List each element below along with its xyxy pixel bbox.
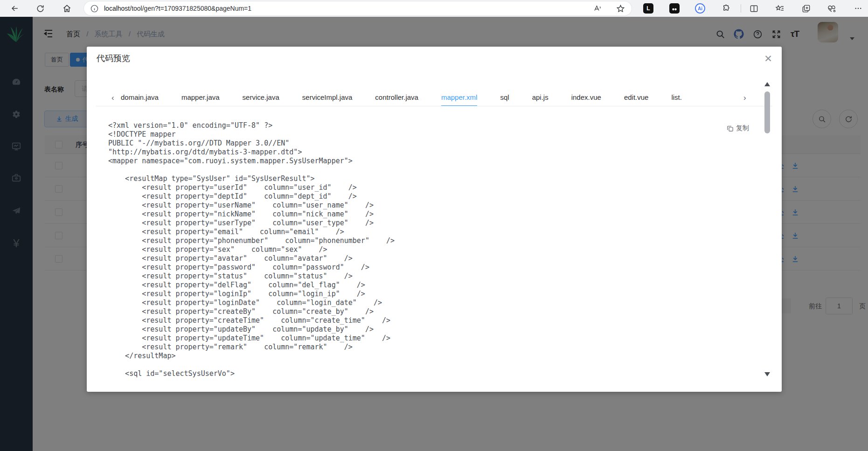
tab-service-java[interactable]: service.java [243, 90, 279, 106]
tab-list-vue[interactable]: list. [671, 90, 682, 106]
url-text[interactable]: localhost/tool/gen?t=1709371825080&pageN… [104, 5, 251, 12]
extensions-puzzle-icon[interactable] [720, 3, 731, 14]
extension-l-icon[interactable]: L [643, 3, 653, 14]
tab-mapper-java[interactable]: mapper.java [181, 90, 220, 106]
tab-index-vue[interactable]: index.vue [571, 90, 601, 106]
code-preview-dialog: 代码预览 ✕ ‹ domain.java mapper.java service… [87, 47, 782, 392]
tab-mapper-xml[interactable]: mapper.xml [441, 90, 478, 106]
split-screen-icon[interactable] [748, 3, 759, 14]
scroll-down-icon[interactable] [764, 372, 770, 376]
screen: localhost/tool/gen?t=1709371825080&pageN… [0, 0, 868, 451]
tab-copy-icon[interactable] [800, 3, 812, 14]
tab-domain-java[interactable]: domain.java [121, 90, 159, 106]
browser-back-icon[interactable] [9, 3, 21, 14]
tabs-prev-icon[interactable]: ‹ [111, 93, 114, 103]
address-bar[interactable]: localhost/tool/gen?t=1709371825080&pageN… [84, 1, 632, 15]
browser-refresh-icon[interactable] [35, 3, 46, 14]
tab-serviceimpl-java[interactable]: serviceImpl.java [302, 90, 353, 106]
scroll-up-icon[interactable] [764, 82, 770, 86]
code-content[interactable]: <?xml version="1.0" encoding="UTF-8" ?> … [108, 121, 752, 385]
scroll-thumb[interactable] [764, 91, 770, 133]
read-aloud-icon[interactable] [593, 4, 602, 13]
toolbar-divider [741, 4, 741, 13]
close-icon[interactable]: ✕ [763, 54, 773, 64]
browser-menu-icon[interactable] [853, 3, 864, 14]
url-host: localhost [104, 5, 130, 12]
browser-toolbar: localhost/tool/gen?t=1709371825080&pageN… [0, 0, 868, 17]
collections-icon[interactable] [774, 3, 785, 14]
code-scrollbar[interactable] [764, 80, 771, 382]
extension-ai-icon[interactable]: Ai [695, 3, 705, 14]
dialog-title: 代码预览 [97, 53, 130, 64]
tab-controller-java[interactable]: controller.java [375, 90, 418, 106]
browser-essentials-icon[interactable] [826, 3, 837, 14]
favorite-star-icon[interactable] [616, 4, 625, 13]
site-info-icon[interactable] [90, 5, 98, 13]
browser-home-icon[interactable] [61, 3, 72, 14]
file-tabs: domain.java mapper.java service.java ser… [121, 90, 736, 106]
extension-dots-icon[interactable] [669, 3, 680, 14]
url-path: /tool/gen?t=1709371825080&pageNum=1 [130, 5, 251, 12]
tabs-divider [96, 106, 772, 106]
tab-sql[interactable]: sql [500, 90, 509, 106]
tab-edit-vue[interactable]: edit.vue [624, 90, 649, 106]
tabs-next-icon[interactable]: › [743, 93, 746, 103]
tab-api-js[interactable]: api.js [532, 90, 549, 106]
